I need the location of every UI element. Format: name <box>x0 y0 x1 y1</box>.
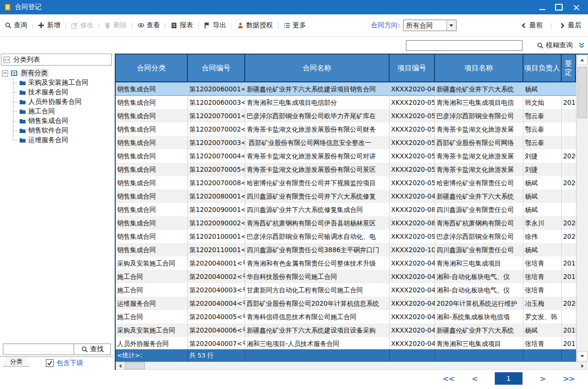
toolbar-button-authorize[interactable]: 数据授权 <box>237 21 273 30</box>
include-children-checkbox[interactable] <box>46 359 54 367</box>
vertical-scrollbar[interactable] <box>576 55 588 362</box>
table-cell[interactable]: 第12020070001<号 <box>188 109 245 122</box>
table-row[interactable]: 销售集成合同第12020090001<号四川鑫源矿业井下六大系统修复集成合同XK… <box>116 203 576 216</box>
page-last-button[interactable]: >> <box>563 374 575 383</box>
table-cell[interactable]: 第12020100001<号 <box>188 230 245 243</box>
table-cell[interactable]: 湘和-自动化板块电气、仪 <box>435 283 523 297</box>
table-cell[interactable]: 采购及安装施工合同 <box>116 323 188 337</box>
table-cell[interactable]: 2020 <box>562 176 576 189</box>
table-cell[interactable]: 施工合同 <box>116 270 188 283</box>
table-cell[interactable]: XKXX2020-05310 <box>390 109 435 122</box>
table-cell[interactable]: 第12020070004<号 <box>188 149 245 163</box>
tree-collapse-icon[interactable] <box>2 70 8 77</box>
table-row[interactable]: 施工合同第2020040003<号>甘肃新同方自动化工程有限公司施工合同XKXX… <box>116 283 576 297</box>
category-find-input[interactable] <box>3 344 74 355</box>
column-header[interactable]: 合同名称 <box>245 55 390 82</box>
table-cell[interactable]: 第12020110001<号 <box>188 243 245 256</box>
table-cell[interactable]: 青海茶卡盐湖文化旅游发展 <box>435 163 523 176</box>
table-cell[interactable]: 销售集成合同 <box>116 149 188 163</box>
table-cell[interactable]: 李永川 <box>523 216 562 230</box>
table-cell[interactable]: 第2020040005<号> <box>188 310 245 323</box>
table-cell[interactable] <box>562 243 576 256</box>
table-cell[interactable] <box>562 203 576 216</box>
table-cell[interactable]: 青海茶卡盐湖文化旅游发展股份有限公司对讲 <box>245 149 390 163</box>
toolbar-button-add[interactable]: 新增 <box>38 21 60 30</box>
toolbar-button-more[interactable]: 更多 <box>283 21 306 30</box>
table-cell[interactable]: 青海湘和三电集成项目电信 <box>435 96 523 109</box>
table-cell[interactable]: 销售集成合同 <box>116 109 188 122</box>
table-cell[interactable]: 第2020040004<号> <box>188 297 245 310</box>
table-cell[interactable] <box>562 109 576 122</box>
vertical-scroll-thumb[interactable] <box>577 67 587 118</box>
table-cell[interactable]: 第2020040003<号> <box>188 283 245 297</box>
table-cell[interactable]: 西部矿业股份有限公司网络 <box>435 136 523 149</box>
table-cell[interactable]: 2020年计算机系统运行维护 <box>435 297 523 310</box>
table-cell[interactable]: 青海西矿杭萧钢构有限公司伊吾县胡杨林景区 <box>245 216 390 230</box>
table-cell[interactable]: 销售集成合同 <box>116 136 188 149</box>
table-cell[interactable]: XKXX2020-04280 <box>390 256 435 270</box>
table-cell[interactable]: 销售集成合同 <box>116 96 188 109</box>
table-row[interactable]: 销售集成合同第12020070003<号 西部矿业股份有限公司网络信息安全整改一… <box>116 136 576 149</box>
double-chevron-down-icon[interactable] <box>578 42 585 49</box>
fuzzy-search-input[interactable] <box>406 40 523 51</box>
close-button[interactable]: × <box>572 3 580 11</box>
table-cell[interactable] <box>562 82 576 96</box>
table-cell[interactable]: 巴彦淖尔西部铜业有限公司欧毕力齐尾矿库在 <box>245 109 390 122</box>
page-next-button[interactable]: > <box>540 374 545 383</box>
page-prev-button[interactable]: < <box>471 374 477 383</box>
table-cell[interactable]: 杨斌 <box>523 243 562 256</box>
table-cell[interactable]: 运维服务合同 <box>116 297 188 310</box>
column-header[interactable]: 合同编号 <box>188 55 245 82</box>
table-row[interactable]: 销售集成合同第12020070002<号青海茶卡盐湖文化旅游发展股份有限公司财务… <box>116 122 576 136</box>
table-cell[interactable]: 华自科技股份有限公司施工合同 <box>245 270 390 283</box>
column-header[interactable]: 签定 <box>562 55 576 82</box>
tree-item-category[interactable]: 技术服务合同 <box>0 88 113 97</box>
table-cell[interactable]: 2019 <box>562 323 576 337</box>
table-cell[interactable]: 第12020090002<号 <box>188 216 245 230</box>
table-cell[interactable]: 2020 <box>562 149 576 163</box>
tree-root-all-categories[interactable]: 所有分类 <box>0 68 113 78</box>
table-row[interactable]: 销售集成合同第12020060001<号新疆鑫伦矿业井下六大系统建设项目销售合同… <box>116 82 576 96</box>
table-cell[interactable]: 韩文灿 <box>523 96 562 109</box>
table-cell[interactable]: 西部矿业股份有限公司网络信息安全整改一 <box>245 136 390 149</box>
table-cell[interactable]: 2019 <box>562 337 576 349</box>
page-number-box[interactable]: 1 <box>495 372 523 385</box>
table-cell[interactable]: XKXX2020-05310 <box>390 149 435 163</box>
table-cell[interactable]: 青海湘和三电集成项目 <box>435 337 523 349</box>
table-cell[interactable]: XKXX2020-05310 <box>390 122 435 136</box>
table-cell[interactable]: 人员外协服务合同 <box>116 337 188 349</box>
table-cell[interactable] <box>562 163 576 176</box>
table-cell[interactable]: 鄂云泰 <box>523 109 562 122</box>
tree-item-category[interactable]: 人员外协服务合同 <box>0 97 113 107</box>
refresh-icon[interactable] <box>3 56 10 63</box>
toolbar-button-report[interactable]: 报表 <box>171 21 193 30</box>
column-header[interactable]: 项目名称 <box>435 55 523 82</box>
column-header[interactable]: 合同分类 <box>116 55 188 82</box>
tree-item-category[interactable]: 销售集成合同 <box>0 116 113 126</box>
tree-item-category[interactable]: 销售软件合同 <box>0 126 113 135</box>
table-cell[interactable]: 杨斌 <box>523 189 562 203</box>
table-cell[interactable]: 哈密博伦矿业有限责任公司 <box>435 176 523 189</box>
table-cell[interactable]: 第12020060003<号 <box>188 96 245 109</box>
table-cell[interactable]: XKXX2020-10300 <box>390 243 435 256</box>
table-cell[interactable]: 甘肃新同方自动化工程有限公司施工合同 <box>245 283 390 297</box>
scroll-up-button[interactable] <box>577 55 588 65</box>
maximize-button[interactable] <box>555 4 563 11</box>
table-cell[interactable]: XKXX2020-08190 <box>390 203 435 216</box>
tab-category[interactable]: 分类 <box>3 357 30 367</box>
table-cell[interactable] <box>562 283 576 297</box>
toolbar-button-export[interactable]: 导出 <box>204 21 226 30</box>
table-cell[interactable]: XKXX2020-04280 <box>390 337 435 349</box>
table-cell[interactable]: XKXX2020-04290 <box>390 297 435 310</box>
table-cell[interactable]: 张培青 <box>523 283 562 297</box>
combo-dropdown-button[interactable] <box>446 20 456 31</box>
table-cell[interactable]: XKXX2020-05310 <box>390 163 435 176</box>
table-cell[interactable]: XKXX2020-04290 <box>390 323 435 337</box>
table-cell[interactable]: 鄂云泰 <box>523 136 562 149</box>
table-cell[interactable]: 刘捷 <box>523 149 562 163</box>
minimize-button[interactable] <box>539 4 545 10</box>
table-cell[interactable]: XKXX2020-04290 <box>390 189 435 203</box>
table-cell[interactable]: 销售集成合同 <box>116 176 188 189</box>
nav-last-button[interactable]: 最后 <box>568 21 581 30</box>
toolbar-button-query[interactable]: 查询 <box>5 21 27 30</box>
